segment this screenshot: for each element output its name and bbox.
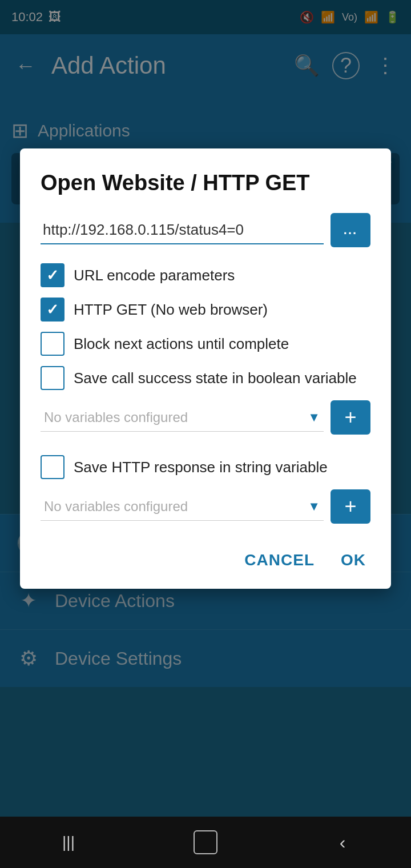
url-browse-button[interactable]: ... bbox=[331, 213, 370, 247]
checkbox-save-response[interactable] bbox=[41, 455, 65, 479]
nav-home-button[interactable] bbox=[188, 825, 223, 859]
checkbox-save-bool-row: Save call success state in boolean varia… bbox=[41, 366, 370, 390]
dialog-overlay: Open Website / HTTP GET ... ✓ URL encode… bbox=[0, 0, 411, 868]
checkmark-icon: ✓ bbox=[46, 267, 59, 284]
checkbox-block-label: Block next actions until complete bbox=[74, 335, 289, 353]
checkbox-save-bool-label: Save call success state in boolean varia… bbox=[74, 369, 357, 387]
dropdown-2-arrow-icon: ▼ bbox=[308, 499, 320, 514]
checkbox-save-response-label: Save HTTP response in string variable bbox=[74, 459, 328, 476]
variable-dropdown-2[interactable]: No variables configured ▼ bbox=[41, 493, 324, 521]
checkbox-save-response-row: Save HTTP response in string variable bbox=[41, 455, 370, 479]
nav-menu-button[interactable]: ||| bbox=[51, 825, 86, 859]
url-input[interactable] bbox=[41, 216, 324, 244]
checkbox-http-get-label: HTTP GET (No web browser) bbox=[74, 301, 268, 319]
checkbox-url-encode[interactable]: ✓ bbox=[41, 263, 65, 287]
url-input-row: ... bbox=[41, 213, 370, 247]
checkbox-http-get-row: ✓ HTTP GET (No web browser) bbox=[41, 298, 370, 322]
variable-dropdown-1[interactable]: No variables configured ▼ bbox=[41, 404, 324, 432]
checkbox-save-bool[interactable] bbox=[41, 366, 65, 390]
checkbox-url-encode-row: ✓ URL encode parameters bbox=[41, 263, 370, 287]
variable-dropdown-1-row: No variables configured ▼ + bbox=[41, 400, 370, 435]
dropdown-2-placeholder: No variables configured bbox=[44, 499, 188, 515]
home-icon bbox=[194, 830, 217, 854]
dialog-actions: CANCEL OK bbox=[41, 540, 370, 575]
add-variable-2-button[interactable]: + bbox=[331, 489, 370, 524]
checkbox-block-row: Block next actions until complete bbox=[41, 332, 370, 356]
cancel-button[interactable]: CANCEL bbox=[240, 545, 319, 575]
dropdown-1-placeholder: No variables configured bbox=[44, 409, 188, 425]
checkbox-block[interactable] bbox=[41, 332, 65, 356]
menu-icon: ||| bbox=[62, 833, 75, 851]
add-variable-1-button[interactable]: + bbox=[331, 400, 370, 435]
dialog-title: Open Website / HTTP GET bbox=[41, 169, 370, 197]
dialog: Open Website / HTTP GET ... ✓ URL encode… bbox=[20, 148, 391, 589]
checkbox-http-get[interactable]: ✓ bbox=[41, 298, 65, 322]
variable-dropdown-2-row: No variables configured ▼ + bbox=[41, 489, 370, 524]
checkbox-url-encode-label: URL encode parameters bbox=[74, 267, 235, 284]
bottom-nav: ||| ‹ bbox=[0, 817, 411, 868]
checkmark-icon-2: ✓ bbox=[46, 301, 59, 319]
nav-back-button[interactable]: ‹ bbox=[325, 825, 360, 859]
dropdown-1-arrow-icon: ▼ bbox=[308, 410, 320, 425]
back-nav-icon: ‹ bbox=[340, 832, 346, 853]
ok-button[interactable]: OK bbox=[336, 545, 370, 575]
